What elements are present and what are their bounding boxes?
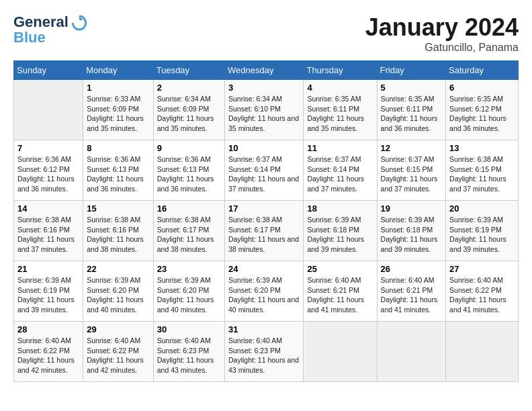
day-number: 10 bbox=[228, 143, 300, 153]
day-daylight: Daylight: 11 hours and 37 minutes. bbox=[307, 175, 364, 193]
day-sunset: Sunset: 6:20 PM bbox=[87, 286, 139, 294]
day-cell bbox=[14, 80, 83, 140]
day-sunset: Sunset: 6:17 PM bbox=[228, 226, 281, 234]
day-sunrise: Sunrise: 6:33 AM bbox=[87, 95, 140, 103]
day-cell: 21 Sunrise: 6:39 AM Sunset: 6:19 PM Dayl… bbox=[14, 261, 83, 322]
day-number: 31 bbox=[228, 324, 300, 334]
day-cell: 23 Sunrise: 6:39 AM Sunset: 6:20 PM Dayl… bbox=[153, 261, 224, 322]
day-number: 7 bbox=[17, 143, 79, 153]
day-number: 21 bbox=[17, 264, 79, 274]
day-cell: 9 Sunrise: 6:36 AM Sunset: 6:13 PM Dayli… bbox=[153, 140, 224, 201]
day-cell: 2 Sunrise: 6:34 AM Sunset: 6:09 PM Dayli… bbox=[153, 80, 224, 140]
day-sunrise: Sunrise: 6:39 AM bbox=[449, 216, 503, 224]
day-number: 17 bbox=[228, 203, 300, 214]
day-number: 6 bbox=[449, 83, 515, 93]
day-sunrise: Sunrise: 6:40 AM bbox=[17, 336, 71, 345]
day-cell: 29 Sunrise: 6:40 AM Sunset: 6:22 PM Dayl… bbox=[83, 322, 153, 382]
day-daylight: Daylight: 11 hours and 36 minutes. bbox=[17, 175, 75, 193]
day-sunset: Sunset: 6:23 PM bbox=[228, 347, 281, 355]
day-number: 20 bbox=[449, 203, 515, 214]
day-cell: 5 Sunrise: 6:35 AM Sunset: 6:11 PM Dayli… bbox=[377, 80, 446, 140]
day-cell: 25 Sunrise: 6:40 AM Sunset: 6:21 PM Dayl… bbox=[304, 261, 377, 322]
day-sunrise: Sunrise: 6:38 AM bbox=[449, 155, 503, 163]
day-cell: 28 Sunrise: 6:40 AM Sunset: 6:22 PM Dayl… bbox=[14, 322, 83, 382]
day-sunrise: Sunrise: 6:36 AM bbox=[17, 155, 71, 163]
day-number: 12 bbox=[381, 143, 443, 153]
day-cell: 13 Sunrise: 6:38 AM Sunset: 6:15 PM Dayl… bbox=[446, 140, 519, 201]
day-sunset: Sunset: 6:16 PM bbox=[17, 226, 70, 234]
day-daylight: Daylight: 11 hours and 41 minutes. bbox=[449, 295, 506, 314]
day-number: 3 bbox=[228, 83, 300, 93]
day-sunrise: Sunrise: 6:36 AM bbox=[87, 155, 140, 163]
day-cell: 16 Sunrise: 6:38 AM Sunset: 6:17 PM Dayl… bbox=[153, 201, 224, 261]
day-number: 2 bbox=[157, 83, 221, 93]
day-daylight: Daylight: 11 hours and 37 minutes. bbox=[449, 175, 506, 193]
day-cell bbox=[304, 322, 377, 382]
logo: General Blue bbox=[13, 13, 89, 46]
col-header-monday: Monday bbox=[83, 61, 153, 80]
day-cell: 31 Sunrise: 6:40 AM Sunset: 6:23 PM Dayl… bbox=[225, 322, 304, 382]
day-number: 29 bbox=[87, 324, 149, 334]
day-number: 11 bbox=[307, 143, 373, 153]
day-sunset: Sunset: 6:21 PM bbox=[307, 286, 359, 294]
day-sunrise: Sunrise: 6:39 AM bbox=[381, 216, 435, 224]
day-cell: 6 Sunrise: 6:35 AM Sunset: 6:12 PM Dayli… bbox=[446, 80, 519, 140]
day-cell: 26 Sunrise: 6:40 AM Sunset: 6:21 PM Dayl… bbox=[377, 261, 446, 322]
day-cell: 7 Sunrise: 6:36 AM Sunset: 6:12 PM Dayli… bbox=[14, 140, 83, 201]
day-sunrise: Sunrise: 6:38 AM bbox=[87, 216, 140, 224]
day-daylight: Daylight: 11 hours and 40 minutes. bbox=[157, 295, 214, 314]
day-sunset: Sunset: 6:18 PM bbox=[381, 226, 433, 234]
col-header-tuesday: Tuesday bbox=[153, 61, 224, 80]
day-daylight: Daylight: 11 hours and 42 minutes. bbox=[87, 356, 144, 374]
col-header-saturday: Saturday bbox=[446, 61, 519, 80]
day-sunrise: Sunrise: 6:38 AM bbox=[157, 216, 211, 224]
day-sunrise: Sunrise: 6:40 AM bbox=[381, 276, 435, 284]
day-cell: 10 Sunrise: 6:37 AM Sunset: 6:14 PM Dayl… bbox=[225, 140, 304, 201]
day-cell: 15 Sunrise: 6:38 AM Sunset: 6:16 PM Dayl… bbox=[83, 201, 153, 261]
day-daylight: Daylight: 11 hours and 41 minutes. bbox=[381, 295, 438, 314]
day-sunset: Sunset: 6:20 PM bbox=[228, 286, 281, 294]
col-header-friday: Friday bbox=[377, 61, 446, 80]
day-sunset: Sunset: 6:20 PM bbox=[157, 286, 210, 294]
day-number: 5 bbox=[381, 83, 443, 93]
day-number: 16 bbox=[157, 203, 221, 214]
day-sunrise: Sunrise: 6:35 AM bbox=[449, 95, 503, 103]
day-sunset: Sunset: 6:15 PM bbox=[381, 165, 433, 173]
day-sunrise: Sunrise: 6:36 AM bbox=[157, 155, 211, 163]
day-sunrise: Sunrise: 6:37 AM bbox=[228, 155, 282, 163]
week-row-5: 28 Sunrise: 6:40 AM Sunset: 6:22 PM Dayl… bbox=[14, 322, 519, 382]
day-daylight: Daylight: 11 hours and 39 minutes. bbox=[307, 235, 364, 253]
day-daylight: Daylight: 11 hours and 39 minutes. bbox=[449, 235, 506, 253]
day-sunrise: Sunrise: 6:40 AM bbox=[87, 336, 140, 345]
day-sunrise: Sunrise: 6:35 AM bbox=[381, 95, 435, 103]
day-cell: 18 Sunrise: 6:39 AM Sunset: 6:18 PM Dayl… bbox=[304, 201, 377, 261]
day-daylight: Daylight: 11 hours and 39 minutes. bbox=[17, 295, 75, 314]
week-row-4: 21 Sunrise: 6:39 AM Sunset: 6:19 PM Dayl… bbox=[14, 261, 519, 322]
day-cell: 22 Sunrise: 6:39 AM Sunset: 6:20 PM Dayl… bbox=[83, 261, 153, 322]
day-number: 1 bbox=[87, 83, 149, 93]
day-cell: 8 Sunrise: 6:36 AM Sunset: 6:13 PM Dayli… bbox=[83, 140, 153, 201]
day-sunset: Sunset: 6:15 PM bbox=[449, 165, 502, 173]
day-daylight: Daylight: 11 hours and 38 minutes. bbox=[157, 235, 214, 253]
day-sunset: Sunset: 6:11 PM bbox=[307, 105, 359, 113]
day-sunrise: Sunrise: 6:39 AM bbox=[17, 276, 71, 284]
header-row: SundayMondayTuesdayWednesdayThursdayFrid… bbox=[14, 61, 519, 80]
day-sunrise: Sunrise: 6:35 AM bbox=[307, 95, 361, 103]
col-header-sunday: Sunday bbox=[14, 61, 83, 80]
day-daylight: Daylight: 11 hours and 41 minutes. bbox=[307, 295, 364, 314]
day-daylight: Daylight: 11 hours and 40 minutes. bbox=[228, 295, 299, 314]
day-sunrise: Sunrise: 6:37 AM bbox=[381, 155, 435, 163]
day-sunset: Sunset: 6:21 PM bbox=[381, 286, 433, 294]
day-sunset: Sunset: 6:13 PM bbox=[157, 165, 210, 173]
day-sunrise: Sunrise: 6:40 AM bbox=[307, 276, 361, 284]
day-daylight: Daylight: 11 hours and 43 minutes. bbox=[157, 356, 214, 374]
day-daylight: Daylight: 11 hours and 36 minutes. bbox=[87, 175, 144, 193]
day-sunset: Sunset: 6:22 PM bbox=[17, 347, 70, 355]
day-sunset: Sunset: 6:19 PM bbox=[449, 226, 502, 234]
day-sunrise: Sunrise: 6:39 AM bbox=[307, 216, 361, 224]
week-row-1: 1 Sunrise: 6:33 AM Sunset: 6:09 PM Dayli… bbox=[14, 80, 519, 140]
day-sunrise: Sunrise: 6:40 AM bbox=[449, 276, 503, 284]
week-row-2: 7 Sunrise: 6:36 AM Sunset: 6:12 PM Dayli… bbox=[14, 140, 519, 201]
day-daylight: Daylight: 11 hours and 36 minutes. bbox=[381, 114, 438, 132]
day-daylight: Daylight: 11 hours and 37 minutes. bbox=[381, 175, 438, 193]
